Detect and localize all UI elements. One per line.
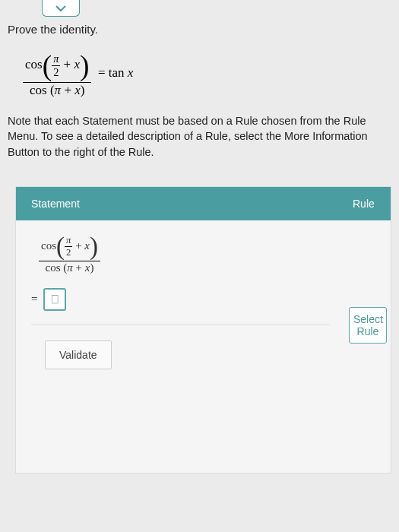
content-area: Prove the identity. cos(π2 + x) cos (π +… [0, 0, 399, 473]
rule-cell: Select Rule [345, 220, 391, 382]
spacer [16, 382, 391, 473]
select-rule-button[interactable]: Select Rule [349, 307, 387, 344]
expression-input[interactable]: ⎕ [43, 288, 66, 311]
dropdown-toggle[interactable] [42, 0, 80, 17]
validate-button[interactable]: Validate [45, 340, 112, 369]
input-cursor-icon: ⎕ [52, 293, 58, 306]
header-statement: Statement [16, 187, 345, 220]
proof-table: Statement Rule cos(π2 + x) cos (π + x) = [15, 186, 391, 473]
statement-cell: cos(π2 + x) cos (π + x) = ⎕ Validate [16, 220, 345, 382]
starting-expression: cos(π2 + x) cos (π + x) [31, 233, 330, 274]
table-header: Statement Rule [16, 187, 391, 220]
table-row: cos(π2 + x) cos (π + x) = ⎕ Validate [16, 220, 391, 382]
equals-sign: = [31, 293, 37, 306]
equation-input-row: = ⎕ [31, 288, 330, 311]
instruction-note: Note that each Statement must be based o… [0, 109, 399, 175]
identity-equation: cos(π2 + x) cos (π + x) = tan x [0, 43, 399, 109]
chevron-down-icon [55, 5, 67, 12]
row-divider [31, 325, 330, 325]
prompt-title: Prove the identity. [0, 23, 399, 43]
page-container: Prove the identity. cos(π2 + x) cos (π +… [0, 0, 399, 532]
header-rule: Rule [345, 187, 391, 220]
